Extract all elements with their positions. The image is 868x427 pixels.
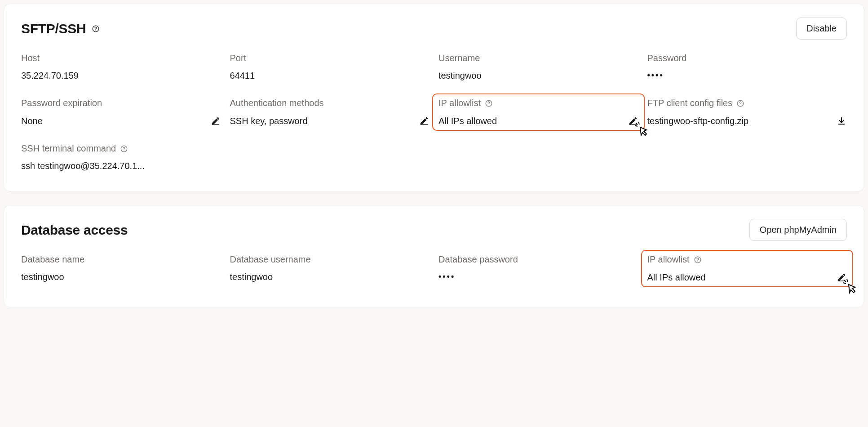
username-label: Username — [438, 53, 638, 63]
help-icon[interactable] — [120, 144, 128, 153]
help-icon[interactable] — [484, 99, 493, 108]
db-password-value: •••• — [438, 272, 455, 281]
db-ip-allowlist-value: All IPs allowed — [647, 272, 706, 283]
db-ip-allowlist-label: IP allowlist — [647, 254, 690, 265]
host-value: 35.224.70.159 — [21, 71, 79, 81]
db-name-field: Database name testingwoo — [21, 253, 221, 285]
db-name-label: Database name — [21, 254, 221, 265]
password-label: Password — [647, 53, 847, 63]
password-expiration-field: Password expiration None — [21, 96, 221, 128]
sftp-ssh-card: SFTP/SSH Disable Host 35.224.70.159 Port… — [4, 4, 864, 191]
database-access-title: Database access — [21, 222, 128, 238]
password-field: Password •••• — [647, 51, 847, 83]
edit-icon[interactable] — [628, 116, 638, 126]
password-value: •••• — [647, 71, 664, 80]
ip-allowlist-field: IP allowlist All IPs allowed — [438, 96, 638, 128]
port-label: Port — [230, 53, 430, 63]
ssh-command-value: ssh testingwoo@35.224.70.1... — [21, 161, 145, 171]
svg-point-14 — [124, 150, 124, 151]
port-field: Port 64411 — [230, 51, 430, 83]
db-name-value: testingwoo — [21, 272, 64, 282]
ip-allowlist-value: All IPs allowed — [438, 116, 497, 126]
db-username-value: testingwoo — [230, 272, 273, 282]
database-access-card: Database access Open phpMyAdmin Database… — [4, 205, 864, 307]
db-password-label: Database password — [438, 254, 638, 265]
ftp-config-value: testingwoo-sftp-config.zip — [647, 116, 749, 126]
ftp-config-field: FTP client config files testingwoo-sftp-… — [647, 96, 847, 128]
auth-methods-label: Authentication methods — [230, 98, 430, 108]
sftp-ssh-title: SFTP/SSH — [21, 21, 86, 36]
edit-icon[interactable] — [836, 272, 847, 283]
db-ip-allowlist-field: IP allowlist All IPs allowed — [647, 253, 847, 285]
svg-rect-3 — [421, 124, 428, 125]
ssh-command-label: SSH terminal command — [21, 143, 116, 154]
ip-allowlist-label: IP allowlist — [438, 98, 481, 108]
ssh-command-field: SSH terminal command ssh testingwoo@35.2… — [21, 142, 221, 173]
password-expiration-label: Password expiration — [21, 98, 221, 108]
open-phpmyadmin-button[interactable]: Open phpMyAdmin — [749, 219, 847, 241]
db-username-label: Database username — [230, 254, 430, 265]
port-value: 64411 — [230, 71, 255, 81]
db-username-field: Database username testingwoo — [230, 253, 430, 285]
svg-point-1 — [96, 30, 96, 31]
username-value: testingwoo — [438, 71, 482, 81]
svg-point-11 — [740, 105, 741, 105]
edit-icon[interactable] — [210, 116, 221, 126]
svg-point-16 — [697, 261, 698, 262]
help-icon[interactable] — [736, 99, 745, 108]
db-password-field: Database password •••• — [438, 253, 638, 285]
username-field: Username testingwoo — [438, 51, 638, 83]
edit-icon[interactable] — [419, 116, 430, 126]
help-icon[interactable] — [91, 24, 100, 33]
auth-methods-field: Authentication methods SSH key, password — [230, 96, 430, 128]
svg-point-5 — [489, 105, 489, 105]
svg-rect-6 — [629, 124, 637, 125]
svg-rect-17 — [838, 280, 846, 281]
download-icon[interactable] — [836, 116, 847, 126]
host-label: Host — [21, 53, 221, 63]
disable-button[interactable]: Disable — [796, 18, 847, 40]
auth-methods-value: SSH key, password — [230, 116, 308, 126]
help-icon[interactable] — [693, 255, 702, 264]
host-field: Host 35.224.70.159 — [21, 51, 221, 83]
password-expiration-value: None — [21, 116, 43, 126]
svg-rect-2 — [212, 124, 219, 125]
ftp-config-label: FTP client config files — [647, 98, 733, 108]
